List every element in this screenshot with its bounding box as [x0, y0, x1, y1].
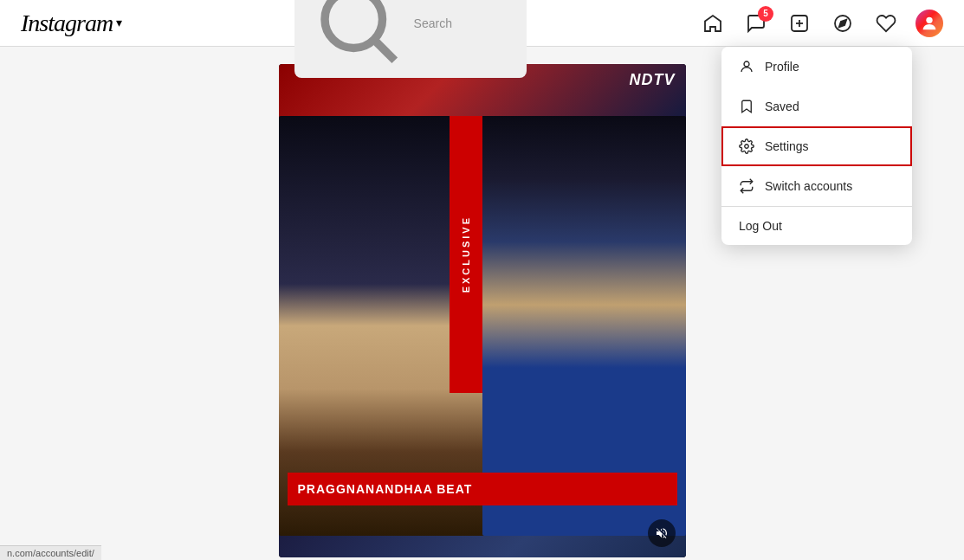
user-avatar[interactable] [915, 10, 943, 37]
person-icon [739, 59, 754, 74]
search-input[interactable] [414, 16, 513, 30]
dropdown-item-logout[interactable]: Log Out [721, 207, 912, 245]
home-button[interactable] [699, 10, 727, 37]
settings-label: Settings [765, 139, 809, 153]
dropdown-item-settings[interactable]: Settings [721, 126, 912, 166]
switch-label: Switch accounts [765, 179, 852, 193]
search-bar[interactable] [294, 0, 527, 78]
messages-button[interactable]: 5 [742, 10, 770, 37]
switch-icon [739, 178, 754, 194]
headline-banner: PRAGGNANANDHAA BEAT [288, 473, 677, 505]
explore-icon [832, 13, 853, 34]
svg-point-9 [745, 145, 749, 149]
video-content: NDTV EXCLUSIVE PRAGGNANANDHAA BEAT [279, 64, 686, 557]
svg-marker-6 [839, 19, 846, 26]
nav-icons: 5 [699, 10, 943, 37]
brand-logo[interactable]: Instagram ▾ [21, 10, 121, 37]
saved-label: Saved [765, 100, 799, 113]
navbar: Instagram ▾ 5 [0, 0, 964, 47]
avatar-icon [920, 14, 939, 33]
create-button[interactable] [786, 10, 813, 37]
explore-button[interactable] [829, 10, 857, 37]
search-icon [308, 0, 407, 73]
brand-chevron: ▾ [116, 16, 121, 30]
heart-icon [876, 13, 896, 34]
post-container: NDTV EXCLUSIVE PRAGGNANANDHAA BEAT [279, 64, 686, 560]
status-url: n.com/accounts/edit/ [7, 548, 94, 558]
status-bar: n.com/accounts/edit/ [0, 545, 101, 560]
svg-point-0 [325, 0, 383, 48]
brand-name: Instagram [21, 10, 113, 37]
dropdown-item-switch[interactable]: Switch accounts [721, 166, 912, 206]
headline-text: PRAGGNANANDHAA BEAT [298, 482, 473, 496]
svg-point-8 [744, 61, 749, 67]
exclusive-text: EXCLUSIVE [461, 216, 471, 293]
post-video: NDTV EXCLUSIVE PRAGGNANANDHAA BEAT [279, 64, 686, 557]
bookmark-icon [739, 99, 754, 114]
dropdown-menu: Profile Saved Settings Switch accounts L… [721, 47, 912, 245]
gear-icon [739, 138, 754, 154]
svg-line-1 [376, 42, 394, 60]
dropdown-item-profile[interactable]: Profile [721, 47, 912, 87]
heart-button[interactable] [872, 10, 900, 37]
mute-button[interactable] [648, 519, 676, 547]
exclusive-banner: EXCLUSIVE [450, 116, 482, 393]
logout-label: Log Out [739, 219, 782, 233]
mute-icon [655, 526, 669, 540]
dropdown-item-saved[interactable]: Saved [721, 87, 912, 126]
create-icon [789, 13, 810, 34]
station-logo: NDTV [630, 71, 676, 89]
notification-badge: 5 [758, 6, 773, 22]
home-icon [702, 13, 723, 34]
profile-label: Profile [765, 60, 799, 74]
svg-point-7 [926, 16, 932, 23]
